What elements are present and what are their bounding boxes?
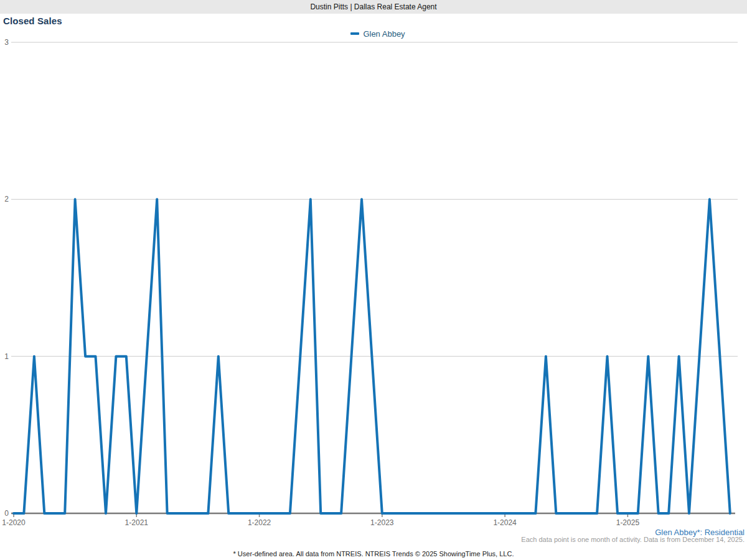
x-axis-label: 1-2022 <box>241 518 278 527</box>
x-axis-label: 1-2020 <box>0 518 32 527</box>
line-chart <box>0 0 747 560</box>
x-axis-label: 1-2024 <box>486 518 524 527</box>
x-axis-label: 1-2025 <box>609 518 646 527</box>
attribution-footnote: * User-defined area. All data from NTREI… <box>0 550 747 558</box>
data-period-footnote: Each data point is one month of activity… <box>521 536 745 543</box>
y-axis-label: 2 <box>0 195 9 203</box>
y-axis-label: 1 <box>0 352 9 361</box>
x-axis-label: 1-2023 <box>364 518 401 527</box>
y-axis-label: 3 <box>0 38 9 47</box>
x-axis-label: 1-2021 <box>118 518 155 527</box>
y-axis-label: 0 <box>0 509 9 518</box>
page: Dustin Pitts | Dallas Real Estate Agent … <box>0 0 747 560</box>
